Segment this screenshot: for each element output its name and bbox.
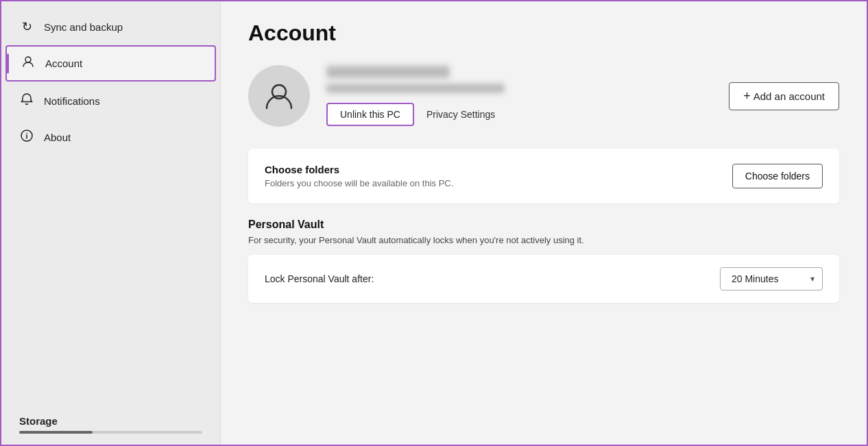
account-section: Unlink this PC Privacy Settings + Add an… — [248, 65, 839, 127]
sidebar-item-account[interactable]: Account — [5, 45, 216, 82]
choose-folders-button[interactable]: Choose folders — [732, 164, 823, 188]
storage-bar — [19, 431, 202, 434]
personal-vault-desc: For security, your Personal Vault automa… — [248, 235, 839, 245]
lock-card: Lock Personal Vault after: 1 Minute 2 Mi… — [248, 255, 839, 303]
sidebar-item-sync[interactable]: ↻ Sync and backup — [5, 11, 216, 42]
unlink-button[interactable]: Unlink this PC — [326, 103, 414, 126]
about-icon — [19, 129, 34, 146]
account-email-blurred — [326, 84, 505, 93]
sync-icon: ↻ — [19, 19, 34, 34]
account-info: Unlink this PC Privacy Settings — [326, 66, 712, 126]
lock-select[interactable]: 1 Minute 2 Minutes 20 Minutes 1 Hour Nev… — [720, 267, 823, 290]
app-container: ↻ Sync and backup Account Notifications — [1, 1, 867, 445]
svg-point-0 — [25, 57, 31, 62]
choose-folders-desc: Folders you choose will be available on … — [265, 178, 453, 188]
sidebar-item-about-label: About — [44, 132, 71, 143]
sidebar-item-about[interactable]: About — [5, 121, 216, 154]
personal-vault-title: Personal Vault — [248, 219, 839, 231]
lock-select-wrapper: 1 Minute 2 Minutes 20 Minutes 1 Hour Nev… — [720, 267, 823, 290]
sidebar-item-account-label: Account — [45, 58, 82, 69]
account-icon — [21, 55, 36, 72]
svg-point-3 — [26, 133, 27, 134]
personal-vault-section: Personal Vault For security, your Person… — [248, 219, 839, 303]
sidebar-bottom: Storage — [1, 408, 220, 436]
add-account-label: Add an account — [754, 90, 825, 102]
page-title: Account — [248, 21, 839, 46]
main-content: Account Unlink this PC Privacy Settings … — [221, 1, 867, 445]
sidebar-item-notifications-label: Notifications — [44, 95, 100, 107]
add-account-button[interactable]: + Add an account — [729, 82, 839, 110]
storage-bar-fill — [19, 431, 93, 434]
privacy-settings-link[interactable]: Privacy Settings — [426, 109, 495, 120]
sidebar-item-notifications[interactable]: Notifications — [5, 84, 216, 118]
storage-label: Storage — [10, 415, 212, 427]
account-actions: Unlink this PC Privacy Settings — [326, 103, 712, 126]
account-name-blurred — [326, 66, 450, 78]
notifications-icon — [19, 92, 34, 110]
choose-folders-title: Choose folders — [265, 164, 453, 175]
sidebar: ↻ Sync and backup Account Notifications — [1, 1, 221, 445]
sidebar-item-sync-label: Sync and backup — [44, 21, 123, 33]
choose-folders-text: Choose folders Folders you choose will b… — [265, 164, 453, 188]
lock-label: Lock Personal Vault after: — [265, 273, 374, 284]
plus-icon: + — [743, 89, 751, 103]
choose-folders-card: Choose folders Folders you choose will b… — [248, 149, 839, 203]
avatar — [248, 65, 310, 127]
